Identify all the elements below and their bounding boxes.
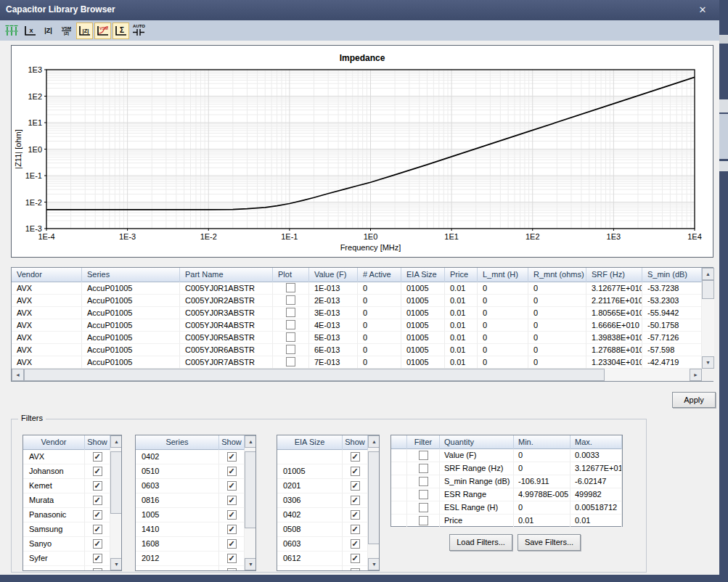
show-checkbox[interactable]: ✓ [351,452,360,462]
column-header[interactable]: S_min (dB) [642,268,702,282]
min-value[interactable]: 4.99788E-005 [514,488,570,501]
plot-checkbox[interactable] [286,308,295,317]
apply-button[interactable]: Apply [672,392,716,408]
column-header[interactable]: Show [343,435,368,450]
scrollbar-down-button[interactable]: ▼ [110,558,122,570]
show-checkbox[interactable]: ✓ [227,467,237,476]
plot-checkbox[interactable] [286,283,295,292]
column-header[interactable]: Min. [514,435,570,449]
filter-list-row[interactable]: 0510✓ [136,464,245,479]
show-checkbox[interactable]: ✓ [93,510,102,520]
table-row[interactable]: AVXAccuP01005C005YJ0R7ABSTR7E-0130010050… [12,356,702,369]
add-capacitors-button[interactable] [4,22,20,39]
filter-list-row[interactable]: 0402✓ [136,450,245,464]
column-header[interactable]: # Active [358,268,401,282]
filter-list-row[interactable]: ✓ [277,450,368,464]
scrollbar-down-button[interactable]: ▼ [368,558,380,570]
show-checkbox[interactable]: ✓ [93,554,102,563]
filter-list-row[interactable]: ✓ [136,566,245,571]
max-value[interactable]: -6.02147 [570,475,622,488]
remove-trace-button[interactable]: X [22,22,38,39]
column-header[interactable]: EIA Size [401,268,445,282]
column-header[interactable]: Show [85,435,110,450]
show-checkbox[interactable]: ✓ [93,525,102,534]
show-checkbox[interactable]: ✓ [93,481,102,491]
table-row[interactable]: AVXAccuP01005C005YJ0R1ABSTR1E-0130010050… [12,282,702,295]
show-checkbox[interactable]: ✓ [227,568,237,571]
table-row[interactable]: AVXAccuP01005C005YJ0R3ABSTR3E-0130010050… [12,307,702,319]
scrollbar-up-button[interactable]: ▲ [368,435,380,448]
show-checkbox[interactable]: ✓ [93,467,102,476]
show-checkbox[interactable]: ✓ [93,452,102,462]
show-checkbox[interactable]: ✓ [351,467,360,476]
scrollbar-thumb[interactable] [110,451,122,514]
filter-list-row[interactable]: 0816✓ [136,493,245,508]
h-scrollbar-right-button[interactable]: ► [690,369,702,381]
column-header[interactable]: Max. [570,435,622,449]
filter-checkbox[interactable] [419,490,428,499]
filter-list-row[interactable]: 2012✓ [136,552,245,566]
column-header[interactable]: Series [136,435,219,450]
show-checkbox[interactable]: ✓ [351,525,360,534]
scrollbar-up-button[interactable]: ▲ [702,268,714,280]
filter-list-row[interactable]: 0603✓ [277,537,368,552]
column-header[interactable]: Quantity [440,435,514,449]
plot-vsm-button[interactable]: VSM [94,22,111,39]
save-filters-button[interactable]: Save Filters... [518,534,581,551]
show-checkbox[interactable]: ✓ [351,496,360,505]
column-header[interactable]: Show [219,435,245,450]
plot-checkbox[interactable] [286,320,295,329]
filter-list-row[interactable]: 1608✓ [136,537,245,552]
filter-list-row[interactable]: 0508✓ [277,522,368,537]
show-checkbox[interactable]: ✓ [351,568,360,571]
filter-list-row[interactable]: 1410✓ [136,522,245,537]
column-header[interactable]: Plot [273,268,309,282]
plot-checkbox[interactable] [286,295,295,305]
plot-checkbox[interactable] [286,357,295,366]
quantity-filter-row[interactable]: Price0.010.01 [391,515,622,528]
max-value[interactable]: 499982 [570,488,622,501]
filter-list-row[interactable]: ✓ [277,566,368,571]
vsm-over-z-button[interactable]: VSM|Z| [58,22,75,39]
plot-checkbox[interactable] [286,345,295,354]
scrollbar-thumb[interactable] [702,280,714,299]
filter-list-row[interactable]: 0603✓ [136,479,245,493]
filter-checkbox[interactable] [419,451,428,460]
scrollbar-thumb[interactable] [368,451,380,544]
show-checkbox[interactable]: ✓ [227,452,237,462]
filter-list-row[interactable]: AVX✓ [23,450,110,464]
quantity-filter-row[interactable]: ESL Range (H)00.00518712 [391,501,622,515]
filter-list-row[interactable]: Samsung✓ [23,522,110,537]
filter-list-row[interactable]: ✓ [23,566,110,571]
filter-list-row[interactable]: Syfer✓ [23,552,110,566]
filter-list-row[interactable]: 01005✓ [277,464,368,479]
show-checkbox[interactable]: ✓ [227,554,237,563]
column-header[interactable]: L_mnt (H) [478,268,528,282]
load-filters-button[interactable]: Load Filters... [449,534,512,551]
max-value[interactable]: 0.01 [570,515,622,528]
quantity-filter-row[interactable]: Value (F)00.0033 [391,449,622,462]
min-value[interactable]: -106.911 [514,475,570,488]
quantity-filter-row[interactable]: S_min Range (dB)-106.911-6.02147 [391,475,622,488]
show-checkbox[interactable]: ✓ [227,539,237,549]
show-checkbox[interactable]: ✓ [351,539,360,549]
column-header[interactable]: Vendor [23,435,85,450]
scrollbar-down-button[interactable]: ▼ [702,356,714,369]
show-checkbox[interactable]: ✓ [93,539,102,549]
column-header[interactable]: R_mnt (ohms) [528,268,586,282]
impedance-magnitude-button[interactable]: |Z| [40,22,57,39]
scrollbar-up-button[interactable]: ▲ [245,435,256,448]
column-header[interactable]: Part Name [180,268,273,282]
min-value[interactable]: 0 [514,501,570,515]
table-row[interactable]: AVXAccuP01005C005YJ0R4ABSTR4E-0130010050… [12,319,702,332]
table-row[interactable]: AVXAccuP01005C005YJ0R6ABSTR6E-0130010050… [12,344,702,356]
scrollbar-down-button[interactable]: ▼ [245,558,256,570]
min-value[interactable]: 0 [514,462,570,475]
table-row[interactable]: AVXAccuP01005C005YJ0R5ABSTR5E-0130010050… [12,332,702,344]
min-value[interactable]: 0.01 [514,515,570,528]
filter-list-row[interactable]: 0402✓ [277,508,368,522]
show-checkbox[interactable]: ✓ [227,525,237,534]
show-checkbox[interactable]: ✓ [351,554,360,563]
column-header[interactable]: SRF (Hz) [586,268,642,282]
filter-list-row[interactable]: Murata✓ [23,493,110,508]
